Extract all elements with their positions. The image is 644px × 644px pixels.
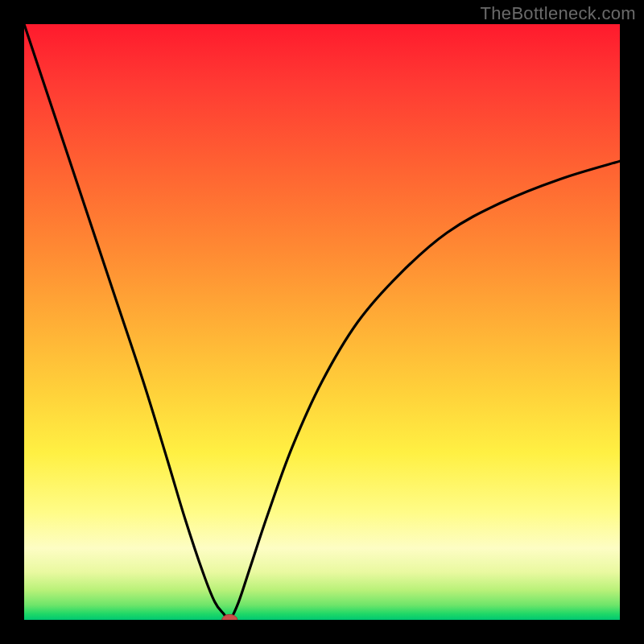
watermark-text: TheBottleneck.com xyxy=(481,3,636,24)
chart-frame: TheBottleneck.com xyxy=(0,0,644,644)
bottleneck-curve xyxy=(24,24,620,620)
curve-layer xyxy=(24,24,620,620)
plot-area xyxy=(24,24,620,620)
